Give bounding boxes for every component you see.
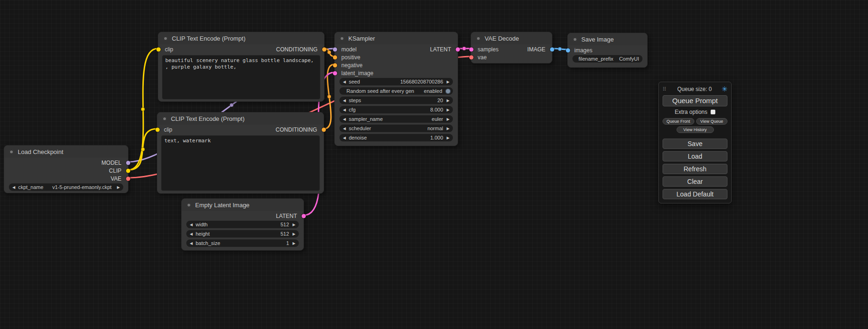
vae-input-port[interactable] — [469, 55, 473, 59]
decrement-arrow-icon[interactable] — [189, 223, 194, 227]
steps-widget[interactable]: steps 20 — [339, 97, 453, 104]
save-button[interactable]: Save — [663, 139, 727, 149]
width-widget[interactable]: width 512 — [186, 221, 299, 228]
node-header[interactable]: VAE Decode — [471, 32, 552, 44]
ckpt-name-widget[interactable]: ckpt_name v1-5-pruned-emaonly.ckpt — [9, 183, 123, 191]
decrement-arrow-icon[interactable] — [342, 98, 347, 103]
decrement-arrow-icon[interactable] — [342, 126, 347, 131]
node-header[interactable]: Load Checkpoint — [4, 146, 128, 158]
node-load-checkpoint[interactable]: Load Checkpoint MODEL CLIP VAE ckpt_name… — [4, 145, 128, 193]
increment-arrow-icon[interactable] — [291, 232, 296, 236]
images-input-port[interactable] — [566, 48, 570, 52]
increment-arrow-icon[interactable] — [445, 80, 451, 84]
increment-arrow-icon[interactable] — [291, 241, 296, 245]
widget-label: scheduler — [349, 126, 371, 131]
filename-prefix-widget[interactable]: filename_prefix ComfyUI — [572, 55, 642, 63]
decrement-arrow-icon[interactable] — [11, 185, 16, 189]
collapse-dot-icon[interactable] — [476, 36, 480, 41]
random-seed-widget[interactable]: Random seed after every gen enabled — [339, 87, 453, 95]
collapse-dot-icon[interactable] — [162, 117, 167, 121]
batch-size-widget[interactable]: batch_size 1 — [186, 239, 299, 247]
increment-arrow-icon[interactable] — [445, 136, 451, 140]
collapse-dot-icon[interactable] — [187, 203, 191, 207]
latent-image-input-port[interactable] — [333, 71, 337, 75]
slot-row: negative — [335, 61, 458, 69]
decrement-arrow-icon[interactable] — [342, 117, 347, 121]
node-clip-text-encode-positive[interactable]: CLIP Text Encode (Prompt) clip CONDITION… — [158, 32, 325, 102]
increment-arrow-icon[interactable] — [445, 126, 451, 131]
height-widget[interactable]: height 512 — [186, 230, 299, 238]
clip-output-port[interactable] — [126, 168, 130, 173]
view-history-button[interactable]: View History — [677, 126, 714, 133]
queue-prompt-button[interactable]: Queue Prompt — [663, 95, 727, 106]
samples-input-port[interactable] — [469, 47, 473, 51]
node-vae-decode[interactable]: VAE Decode samples IMAGE vae — [471, 32, 552, 63]
increment-arrow-icon[interactable] — [116, 185, 121, 189]
node-empty-latent-image[interactable]: Empty Latent Image LATENT width 512 heig… — [181, 198, 304, 251]
latent-output-port[interactable] — [302, 214, 306, 218]
sampler-name-widget[interactable]: sampler_name euler — [339, 115, 453, 123]
collapse-dot-icon[interactable] — [573, 37, 577, 42]
widget-value: 512 — [281, 231, 289, 237]
seed-toggle-icon[interactable] — [445, 89, 451, 94]
decrement-arrow-icon[interactable] — [342, 108, 347, 112]
collapse-dot-icon[interactable] — [9, 150, 14, 154]
queue-panel-header: ⠿ Queue size: 0 — [663, 84, 727, 94]
seed-widget[interactable]: seed 156680208700286 — [339, 78, 453, 85]
decrement-arrow-icon[interactable] — [189, 232, 194, 236]
drag-handle-icon[interactable]: ⠿ — [663, 86, 669, 92]
scheduler-widget[interactable]: scheduler normal — [339, 125, 453, 132]
link-midpoint-dot — [141, 147, 145, 151]
denoise-widget[interactable]: denoise 1.000 — [339, 134, 453, 141]
load-default-button[interactable]: Load Default — [663, 189, 727, 199]
prompt-text-input[interactable]: beautiful scenery nature glass bottle la… — [162, 55, 320, 99]
slot-row: samples IMAGE — [471, 45, 552, 53]
node-header[interactable]: Empty Latent Image — [182, 199, 303, 211]
collapse-dot-icon[interactable] — [163, 36, 168, 41]
extra-options-checkbox[interactable] — [711, 110, 715, 114]
decrement-arrow-icon[interactable] — [189, 241, 194, 245]
conditioning-output-port[interactable] — [322, 47, 326, 51]
image-output-port[interactable] — [550, 47, 554, 51]
node-title: Save Image — [581, 36, 614, 43]
increment-arrow-icon[interactable] — [445, 108, 451, 112]
prompt-text-input[interactable]: text, watermark — [161, 135, 320, 191]
node-clip-text-encode-negative[interactable]: CLIP Text Encode (Prompt) clip CONDITION… — [157, 112, 324, 194]
input-label: model — [341, 46, 357, 53]
increment-arrow-icon[interactable] — [291, 223, 296, 227]
refresh-button[interactable]: Refresh — [663, 164, 727, 174]
load-button[interactable]: Load — [663, 151, 727, 161]
output-label: LATENT — [276, 213, 297, 219]
increment-arrow-icon[interactable] — [445, 117, 451, 121]
cfg-widget[interactable]: cfg 8.000 — [339, 106, 453, 113]
positive-input-port[interactable] — [333, 55, 337, 59]
queue-front-button[interactable]: Queue Front — [663, 118, 694, 125]
clip-input-port[interactable] — [155, 127, 160, 132]
node-header[interactable]: KSampler — [335, 32, 458, 44]
clear-button[interactable]: Clear — [663, 176, 727, 187]
widget-value: normal — [427, 126, 443, 131]
node-save-image[interactable]: Save Image images filename_prefix ComfyU… — [567, 33, 648, 68]
node-header[interactable]: CLIP Text Encode (Prompt) — [158, 32, 324, 44]
input-label: latent_image — [341, 70, 374, 77]
decrement-arrow-icon[interactable] — [342, 80, 347, 84]
collapse-dot-icon[interactable] — [340, 36, 344, 41]
node-header[interactable]: Save Image — [568, 33, 647, 45]
graph-canvas[interactable]: Load Checkpoint MODEL CLIP VAE ckpt_name… — [0, 0, 868, 329]
latent-output-port[interactable] — [456, 47, 460, 51]
vae-output-port[interactable] — [126, 176, 130, 181]
widget-value: 156680208700286 — [400, 79, 443, 84]
view-queue-button[interactable]: View Queue — [696, 118, 728, 125]
widget-label: seed — [349, 79, 360, 84]
conditioning-output-port[interactable] — [322, 127, 326, 132]
increment-arrow-icon[interactable] — [445, 98, 451, 103]
node-header[interactable]: CLIP Text Encode (Prompt) — [157, 112, 324, 125]
node-ksampler[interactable]: KSampler model LATENT positive negative … — [334, 32, 458, 146]
decrement-arrow-icon[interactable] — [342, 136, 347, 140]
negative-input-port[interactable] — [333, 63, 337, 67]
settings-gear-icon[interactable] — [720, 85, 727, 93]
model-output-port[interactable] — [126, 161, 130, 165]
widget-value: euler — [432, 116, 443, 122]
clip-input-port[interactable] — [156, 47, 161, 51]
model-input-port[interactable] — [333, 47, 337, 51]
